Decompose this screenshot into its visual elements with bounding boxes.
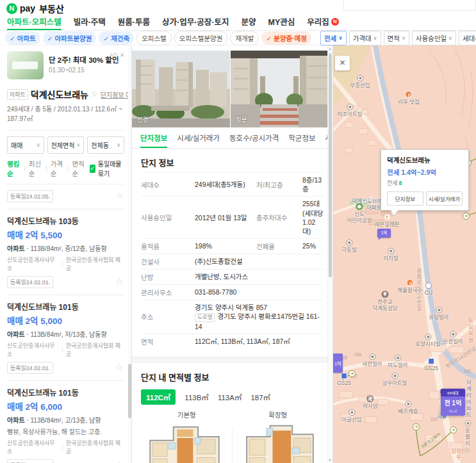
popup-price-history-button[interactable]: 시세/실거래가 <box>426 191 463 206</box>
favorite-star-icon[interactable]: ☆ <box>115 362 123 372</box>
listing-title: 덕계신도브래뉴 101동 <box>7 387 124 398</box>
area-tab-187[interactable]: 187㎡ <box>250 392 270 402</box>
tab-units-official-price[interactable]: 동호수/공시가격 <box>229 127 279 148</box>
tab-price-history[interactable]: 시세/실거래가 <box>177 127 220 148</box>
filter-chip-apt[interactable]: ✓ 아파트 <box>5 31 40 45</box>
marker-price: 전 1억 <box>441 396 465 407</box>
divider <box>62 347 63 353</box>
photo-label: 전경 <box>137 115 148 124</box>
sort-area[interactable]: 면적순 <box>72 159 85 178</box>
map-label-poi: 미도빌라 <box>388 355 407 368</box>
convenience-store-icon <box>425 282 432 289</box>
map-label-complex: 덕계리 아파트 <box>466 379 473 418</box>
listing-card[interactable]: 덕계신도브래뉴 103동 매매 2억 5,500 아파트113B/84m², 중… <box>7 209 124 295</box>
nav-my-home[interactable]: 우리집 N <box>307 15 339 30</box>
ad-banner[interactable]: 단 2주! 최대 30% 할인 01.30~02.15 AD ✕ <box>7 51 124 79</box>
map-label-poi: 신도 어린이공원 <box>347 203 372 223</box>
listing-price: 매매 2억 5,500 <box>7 228 124 241</box>
filter-chip-officetel-right[interactable]: 오피스텔분양권 <box>174 31 228 45</box>
map-label-poi: 로얄시티빌 <box>415 334 440 347</box>
sort-ranking[interactable]: 랭킹순 <box>7 159 21 178</box>
filter-dropdown-households[interactable]: 세대수∨ <box>459 31 476 45</box>
map-price-marker[interactable]: 68세대 전 1억 91㎡ <box>441 389 465 416</box>
new-badge-icon: N <box>331 18 339 26</box>
filter-dropdown-jeonse[interactable]: 전세∨ <box>320 31 347 45</box>
section-title-complex-info: 단지 정보 <box>141 156 324 168</box>
info-row: 사용승인일2012년 01월 13일 총주차대수255대(세대당 1.02대) <box>141 196 324 238</box>
map-price-marker-edge[interactable]: 전 1억 <box>333 353 343 373</box>
nav-oneroom[interactable]: 원룸·투룸 <box>118 15 150 30</box>
scroll-down-icon[interactable]: ▼ <box>328 458 332 462</box>
listing-card[interactable]: 등록일24.02.05. ☆ <box>7 184 124 209</box>
listing-spec: 아파트113B/84m², 저/13층, 남동향 <box>7 329 124 339</box>
entrance-arrow-icon <box>463 213 470 220</box>
nav-my-interest[interactable]: MY관심 <box>268 15 295 30</box>
sort-price[interactable]: 가격순 <box>51 159 64 178</box>
favorite-star-icon[interactable]: ☆ <box>91 90 98 99</box>
area-tab-113b[interactable]: 113B㎡ <box>185 392 209 402</box>
listing-card[interactable]: 덕계신도브래뉴 101동 매매 2억 6,000 아파트113B/84m², 고… <box>7 381 124 463</box>
marker-households-band: 68세대 <box>441 389 465 396</box>
favorite-star-icon[interactable]: ☆ <box>115 277 123 286</box>
favorite-star-icon[interactable]: ☆ <box>115 460 123 463</box>
favorite-star-icon[interactable]: ☆ <box>115 191 123 200</box>
building-icon <box>391 373 398 379</box>
building-select[interactable]: 전체동∨ <box>87 136 124 154</box>
group-same-listings-checkbox[interactable]: ✓ 동일매물 묶기 <box>90 159 125 178</box>
listing-spec: 아파트113B/84m², 중/12층, 남동향 <box>7 243 124 253</box>
nav-commercial[interactable]: 상가·업무·공장·토지 <box>162 15 229 30</box>
map-close-button[interactable]: ✕ <box>335 56 350 70</box>
nav-bunyang[interactable]: 분양 <box>242 15 256 30</box>
detail-scrollbar[interactable]: ▲ ▼ <box>327 45 332 463</box>
logo[interactable]: N pay 부동산 <box>6 2 64 15</box>
search-input[interactable] <box>343 0 476 11</box>
filter-chip-officetel[interactable]: 오피스텔 <box>136 31 172 45</box>
popup-price-range: 전세 1.4억~2.9억 <box>387 167 463 177</box>
listing-date: 등록일24.02.01. <box>7 362 53 374</box>
map-panel[interactable]: ✕ 부흥산업 리후 맛집 미조아트빌 덕계신도브래뉴102 아파트 엑스포하이츠… <box>333 45 476 463</box>
map-label-poi: 세븐일레븐 <box>374 214 399 227</box>
building-icon <box>347 104 353 110</box>
listing-agency: 신도공인중개사사무소한국공인중개사협회 제공 <box>7 439 124 455</box>
map-label-poi: 극동빌 <box>341 240 356 253</box>
tab-complex-info[interactable]: 단지정보 <box>140 127 167 148</box>
chevron-down-icon: ∨ <box>76 142 80 148</box>
section-title-by-area: 단지 내 면적별 정보 <box>141 371 324 383</box>
area-tab-113a[interactable]: 113A㎡ <box>218 392 242 402</box>
ad-close-icon[interactable]: ✕ <box>120 52 124 58</box>
filter-dropdown-approval[interactable]: 사용승인일∨ <box>412 31 456 45</box>
filter-chip-rebuild[interactable]: ✓ 재건축 <box>99 31 134 45</box>
map-label-poi: CU <box>425 282 432 296</box>
popup-complex-info-button[interactable]: 단지정보 <box>387 191 423 206</box>
area-tab-112c[interactable]: 112C㎡ <box>141 389 176 405</box>
nav-apt-officetel[interactable]: 아파트·오피스텔 <box>7 15 62 30</box>
scrollbar-thumb[interactable] <box>329 53 332 277</box>
sort-newest[interactable]: 최신순 <box>29 159 42 178</box>
map-label-poi: 리치빌 <box>383 248 398 261</box>
nav-villa-house[interactable]: 빌라·주택 <box>74 15 106 30</box>
photo-main-gate[interactable]: 정문 <box>231 51 329 127</box>
map-price-marker-small[interactable]: 1억 <box>377 229 391 238</box>
floor-plan-extended[interactable] <box>240 422 320 463</box>
area-select[interactable]: 전체면적∨ <box>47 136 85 154</box>
trade-type-select[interactable]: 매매∨ <box>7 136 44 154</box>
scrollbar-thumb[interactable] <box>128 364 131 418</box>
filter-chip-redevelop[interactable]: 재개발 <box>230 31 259 45</box>
filter-chip-presale[interactable]: ✓ 분양중·예정 <box>261 31 311 45</box>
left-scrollbar[interactable] <box>128 45 131 463</box>
photo-overview[interactable]: 전경 <box>132 51 230 127</box>
building-icon <box>405 401 411 407</box>
chevron-down-icon: ∨ <box>402 35 406 41</box>
checkbox-checked-icon: ✓ <box>90 165 95 173</box>
listing-card[interactable]: 덕계신도브래뉴 101동 매매 2억 5,000 아파트113B/84m², 저… <box>7 295 124 381</box>
tab-school-info[interactable]: 학군정보 <box>288 127 315 148</box>
complex-more-link[interactable]: 단지정보 더보기 > <box>101 90 132 99</box>
building-icon <box>395 355 401 361</box>
convenience-store-icon <box>428 358 434 364</box>
divider <box>68 166 69 172</box>
filter-chip-apt-right[interactable]: ✓ 아파트분양권 <box>43 31 97 45</box>
filter-dropdown-area[interactable]: 면적∨ <box>384 31 409 45</box>
floor-plan-basic[interactable] <box>144 422 225 463</box>
filter-dropdown-price[interactable]: 가격대∨ <box>349 31 381 45</box>
scroll-up-icon[interactable]: ▲ <box>328 47 332 51</box>
